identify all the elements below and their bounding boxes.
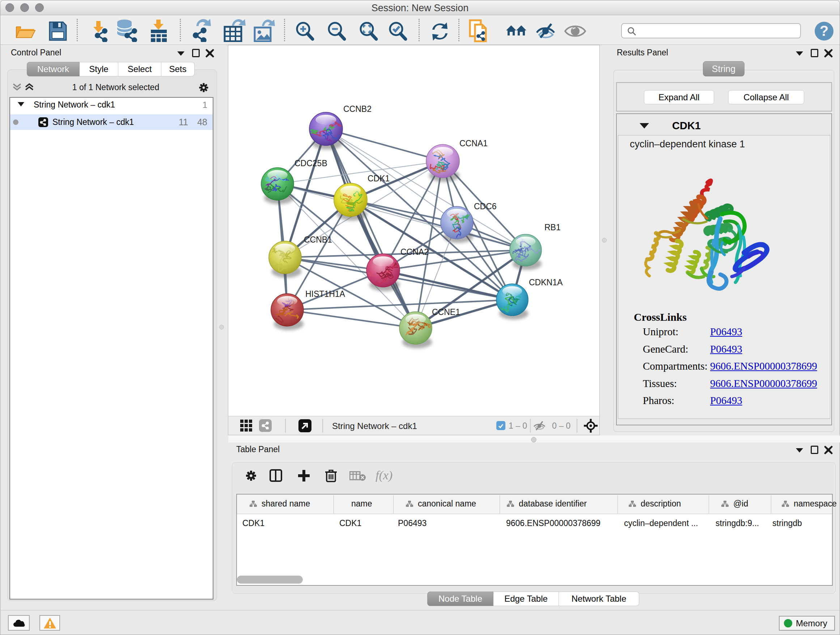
svg-text:CCNB1: CCNB1 <box>304 235 332 244</box>
svg-text:RB1: RB1 <box>545 223 561 232</box>
svg-text:CDC6: CDC6 <box>474 202 497 211</box>
svg-text:CCNA1: CCNA1 <box>459 139 488 148</box>
svg-text:HIST1H1A: HIST1H1A <box>305 289 346 299</box>
svg-text:CCNA2: CCNA2 <box>401 247 429 257</box>
svg-text:CDKN1A: CDKN1A <box>529 278 563 287</box>
svg-text:CCNB2: CCNB2 <box>343 104 371 114</box>
svg-text:CDC25B: CDC25B <box>294 158 327 168</box>
svg-text:CDK1: CDK1 <box>368 174 390 183</box>
svg-text:CCNE1: CCNE1 <box>432 307 460 317</box>
